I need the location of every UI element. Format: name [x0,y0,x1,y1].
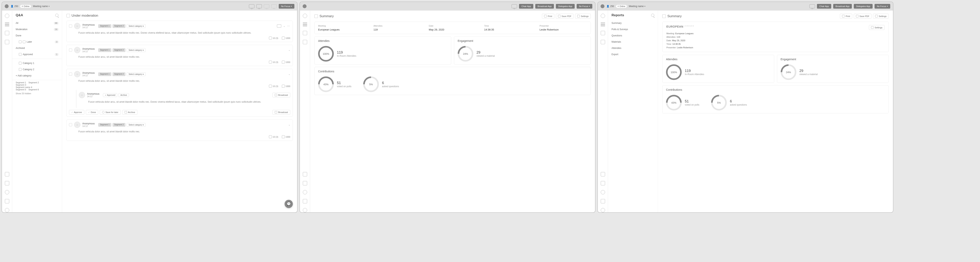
screen-icon[interactable] [810,4,815,8]
app-menu-dot[interactable] [302,4,307,8]
rail-mail-icon[interactable] [601,181,605,185]
meeting-name-dropdown[interactable]: Meeting name [33,5,49,8]
segment-tag[interactable]: Segment 1 [98,24,111,28]
screen-icon[interactable] [249,4,255,8]
segment-tag[interactable]: Segment 1 [98,123,111,127]
comments-count[interactable]: 10 (3) [269,135,278,138]
segment-tag[interactable]: Segment 1 [98,73,111,76]
rail-home-icon[interactable] [303,14,307,18]
app-menu-dot[interactable] [601,4,605,8]
search-icon[interactable] [651,14,654,17]
more-icon[interactable]: ⋯ [287,24,290,28]
broadcast-app-button[interactable]: Broadcast App [535,4,554,9]
rail-agenda-icon[interactable] [5,31,9,35]
broadcast-app-button[interactable]: Broadcast App [833,4,852,9]
print-button[interactable]: Print [542,14,554,19]
rail-layout-icon[interactable] [5,199,9,204]
rail-docs-icon[interactable] [303,40,307,44]
chair-app-button[interactable]: Chair App [519,4,533,9]
rail-grid-icon[interactable] [5,172,9,176]
select-category-dropdown[interactable]: Select category [127,73,146,76]
rail-polls-icon[interactable] [601,23,605,26]
likes-count[interactable]: 1000 [282,85,290,88]
rail-docs-icon[interactable] [5,40,9,44]
select-checkbox[interactable] [69,49,72,52]
rail-docs-icon[interactable] [601,40,605,44]
screen-icon-4[interactable] [271,4,277,8]
segment-1[interactable]: Segment 1 [16,81,26,84]
add-category[interactable]: + Add category [12,73,62,79]
likes-count[interactable]: 1000 [282,135,290,138]
select-checkbox[interactable] [69,123,72,126]
segment-5[interactable]: Segment 5 [16,88,26,91]
rail-settings-icon[interactable] [303,208,307,212]
rail-settings-icon[interactable] [5,208,9,212]
segment-2[interactable]: Segment 2 [29,81,39,84]
segment-6[interactable]: Segment 6 [29,88,39,91]
select-category-dropdown[interactable]: Select category [127,24,146,28]
settings-button[interactable]: Settings [873,14,889,19]
broadcast-button[interactable]: Broadcast [272,110,290,115]
print-button[interactable]: Print [840,14,852,19]
chevron-down-icon[interactable]: ⌄ [288,123,290,126]
app-menu-dot[interactable] [5,4,9,8]
no-focus-button[interactable]: No Focus [875,4,890,9]
rail-layout-icon[interactable] [303,199,307,204]
rail-grid-icon[interactable] [601,172,605,176]
rail-users-icon[interactable] [601,190,605,194]
chevron-down-icon[interactable]: ⌄ [288,73,290,76]
segment-4[interactable]: Segment name 4 [16,86,32,88]
select-category-dropdown[interactable]: Select category [127,123,146,127]
rail-polls-icon[interactable] [5,23,9,26]
segment-tag[interactable]: Segment 2 [113,24,126,28]
rail-users-icon[interactable] [5,190,9,194]
screen-icon[interactable] [277,24,281,28]
select-checkbox[interactable] [69,73,72,76]
comments-count[interactable]: 10 (3) [269,61,278,63]
chair-app-button[interactable]: Chair App [817,4,831,9]
segment-tag[interactable]: Segment 1 [98,48,111,52]
chat-fab[interactable]: 💬 [285,200,293,208]
filter-later[interactable]: Later3 [12,39,62,45]
filter-archived[interactable]: Archived [12,45,62,51]
segment-tag[interactable]: Segment 2 [113,73,126,76]
segment-tag[interactable]: Segment 2 [113,123,126,127]
rail-settings-icon[interactable] [601,208,605,212]
chevron-down-icon[interactable]: ⌄ [283,25,285,27]
likes-count[interactable]: 1000 [282,36,290,39]
rail-home-icon[interactable] [5,14,9,18]
search-icon[interactable] [55,14,59,17]
nav-polls[interactable]: Polls & Surveys [608,26,658,32]
meeting-name-dropdown[interactable]: Meeting name [629,5,646,8]
delegates-app-button[interactable]: Delegates App [556,4,575,9]
save-later-button[interactable]: Save for later [100,110,121,115]
nav-attendees[interactable]: Attendies [608,45,658,51]
segment-3[interactable]: Segment 3 [16,84,26,86]
broadcast-button[interactable]: Broadcast [272,93,290,97]
segment-tag[interactable]: Segment 2 [113,48,126,52]
no-focus-button[interactable]: No Focus [577,4,592,9]
rail-home-icon[interactable] [601,14,605,18]
select-checkbox[interactable] [69,24,72,28]
rail-agenda-icon[interactable] [601,31,605,35]
nav-materials[interactable]: Materials [608,39,658,45]
rail-polls-icon[interactable] [303,23,307,26]
archive-button[interactable]: Archive [122,110,138,115]
delegates-app-button[interactable]: Delegates App [854,4,873,9]
category-1[interactable]: Category 1 [12,60,62,66]
category-2[interactable]: Category 2 [12,66,62,73]
select-category-dropdown[interactable]: Select category [127,48,146,52]
nav-summary[interactable]: Summary [608,20,658,26]
save-pdf-button[interactable]: Save PDF [556,14,573,19]
nav-questions[interactable]: Questions [608,32,658,39]
no-focus-button[interactable]: No Focus [279,4,294,9]
rail-users-icon[interactable] [303,190,307,194]
screen-icon-3[interactable] [264,4,269,8]
show-hidden[interactable]: Show 25 hidden [12,91,62,96]
comments-count[interactable]: 10 (3) [269,85,278,88]
screen-icon[interactable] [512,4,517,8]
comments-count[interactable]: 10 (3) [269,36,278,39]
filter-done[interactable]: Done [12,32,62,39]
rail-layout-icon[interactable] [601,199,605,204]
filter-all[interactable]: All88 [12,20,62,26]
